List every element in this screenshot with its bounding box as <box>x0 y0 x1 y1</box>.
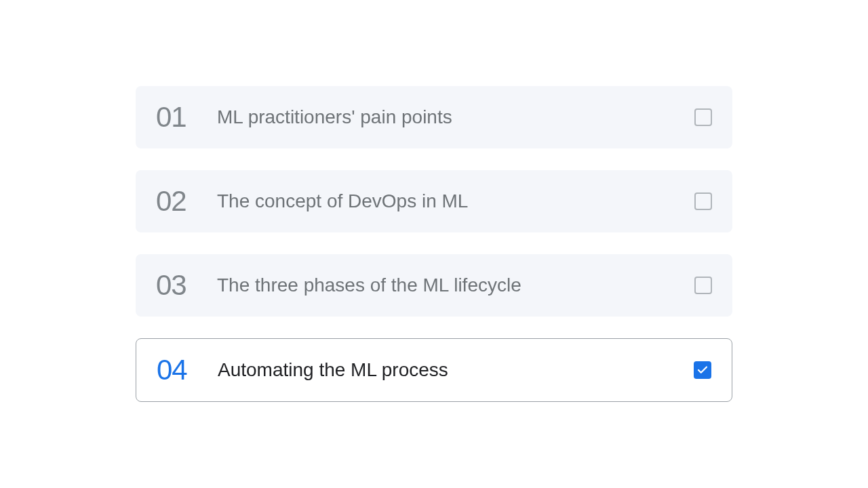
item-title: The concept of DevOps in ML <box>217 190 694 212</box>
list-item-02[interactable]: 02 The concept of DevOps in ML <box>136 170 732 232</box>
checkbox-unchecked-icon[interactable] <box>694 192 712 210</box>
item-number: 01 <box>156 101 199 134</box>
item-number: 02 <box>156 185 199 218</box>
checkbox-checked-icon[interactable] <box>694 361 711 379</box>
list-item-03[interactable]: 03 The three phases of the ML lifecycle <box>136 254 732 317</box>
item-number: 04 <box>157 354 200 386</box>
check-icon <box>696 364 709 376</box>
list-item-01[interactable]: 01 ML practitioners' pain points <box>136 86 732 148</box>
item-number: 03 <box>156 269 199 302</box>
checkbox-unchecked-icon[interactable] <box>694 108 712 126</box>
item-title: Automating the ML process <box>218 359 694 381</box>
checkbox-unchecked-icon[interactable] <box>694 277 712 294</box>
item-title: ML practitioners' pain points <box>217 106 694 128</box>
item-title: The three phases of the ML lifecycle <box>217 274 694 296</box>
list-item-04[interactable]: 04 Automating the ML process <box>136 338 732 402</box>
